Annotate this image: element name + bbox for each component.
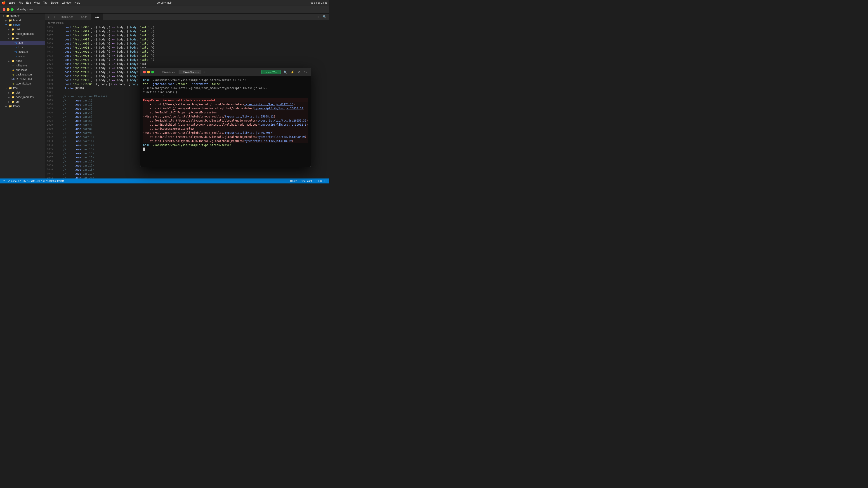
menu-edit[interactable]: Edit	[26, 1, 31, 4]
menu-blocks[interactable]: Blocks	[51, 1, 59, 4]
folder-icon: 📁	[11, 91, 15, 94]
maximize-button[interactable]	[11, 8, 13, 11]
menu-file[interactable]: File	[19, 1, 23, 4]
line-number: 1020	[45, 86, 57, 90]
menu-view[interactable]: View	[34, 1, 40, 4]
menu-help[interactable]: Help	[74, 1, 80, 4]
sidebar-item-package-json[interactable]: {} package.json	[0, 72, 45, 77]
sidebar-label: node_modules	[16, 96, 34, 99]
chevron-down-icon: ▼	[4, 23, 8, 26]
terminal-search-icon[interactable]: 🔍	[283, 70, 288, 74]
close-button[interactable]	[3, 8, 5, 11]
terminal-tab-server[interactable]: ~/D/w/e/t/server	[179, 70, 202, 74]
line-number: 1008	[45, 37, 57, 41]
minimize-button[interactable]	[7, 8, 9, 11]
sidebar-item-index-ts[interactable]: TS index.ts	[0, 50, 45, 54]
terminal-minimize-button[interactable]	[147, 71, 150, 73]
search-icon[interactable]: 🔍	[322, 15, 327, 19]
menu-app-name[interactable]: Warp	[9, 1, 16, 4]
sidebar-item-src[interactable]: ▼ 📁 src	[0, 36, 45, 41]
sidebar-item-trpc-dist[interactable]: ▶ 📁 dist	[0, 90, 45, 95]
line-number: 1018	[45, 78, 57, 82]
terminal-line: at bind (/Users/saltyaom/.bun/install/gl…	[143, 102, 308, 106]
apple-menu[interactable]: 🍎	[2, 1, 6, 4]
line-content: .post('/salt/993', ({ body }) => body, {…	[57, 54, 329, 58]
sidebar-item-trace[interactable]: ▶ 📁 trace	[0, 59, 45, 63]
sidebar-item-dist[interactable]: ▶ 📁 dist	[0, 27, 45, 32]
menu-window[interactable]: Window	[62, 1, 71, 4]
sidebar-item-ws-ts[interactable]: TS ws.ts	[0, 54, 45, 59]
terminal-body[interactable]: base ~/Documents/web/elysia/example/type…	[141, 76, 311, 167]
terminal-line: ^	[143, 94, 308, 98]
sidebar-item-dorothy[interactable]: ▼ 📁 dorothy	[0, 13, 45, 18]
terminal-bolt-icon[interactable]: ⚡	[290, 70, 295, 74]
statusbar-encoding: UTF-8	[315, 180, 322, 182]
chevron-right-icon: ▶	[7, 32, 10, 35]
app-body: ▼ 📁 dorothy ▶ 📁 hono-t ▼ 📁 server ▶ 📁 di…	[0, 13, 329, 178]
spacer-icon	[7, 77, 10, 80]
tab-label: a.ts	[95, 15, 99, 18]
sidebar-item-hono-t[interactable]: ▶ 📁 hono-t	[0, 18, 45, 23]
terminal-tab-add-button[interactable]: +	[202, 70, 206, 74]
tab-index-d-ts[interactable]: index.d.ts	[58, 13, 77, 20]
sidebar-item-node-modules[interactable]: ▶ 📁 node_modules	[0, 32, 45, 36]
window-label: dorothy main	[17, 8, 33, 11]
line-content: .post('/salt/995', ({ body }) => body, {…	[57, 62, 329, 66]
tab-forward-button[interactable]: ›	[52, 13, 58, 20]
code-line: 1010 .post('/salt/991', ({ body }) => bo…	[45, 46, 329, 50]
ts-file-icon: TS	[14, 41, 18, 44]
split-editor-icon[interactable]: ⊞	[316, 15, 320, 19]
terminal-shield-icon[interactable]: 🛡	[303, 70, 308, 74]
titlebar: dorothy main	[0, 5, 329, 13]
sidebar-label: hono-t	[13, 19, 21, 22]
sidebar-item-trpc-node-modules[interactable]: ▶ 📁 node_modules	[0, 95, 45, 99]
statusbar-right: 1050:1 TypeScript UTF-8 LF	[290, 180, 327, 182]
sidebar-item-a-ts[interactable]: TS a.ts	[0, 41, 45, 45]
spacer-icon	[10, 55, 13, 58]
chevron-down-icon: ▼	[2, 14, 5, 18]
terminal-close-button[interactable]	[143, 71, 146, 73]
sidebar-item-server[interactable]: ▼ 📁 server	[0, 23, 45, 27]
tab-back-button[interactable]: ‹	[45, 13, 52, 20]
traffic-lights	[3, 8, 13, 11]
tab-add-button[interactable]: +	[103, 13, 109, 20]
line-number: 1033	[45, 139, 57, 143]
line-number: 1006	[45, 29, 57, 33]
menu-tab[interactable]: Tab	[43, 1, 47, 4]
sidebar-item-trpc-src[interactable]: ▶ 📁 src	[0, 99, 45, 104]
terminal-line: at forEachChild (/Users/saltyaom/.bun/in…	[143, 119, 308, 123]
sidebar-item-trpc[interactable]: ▼ 📁 trpc	[0, 86, 45, 90]
sidebar-label: .gitignore	[16, 64, 27, 67]
line-number: 1013	[45, 58, 57, 62]
sidebar: ▼ 📁 dorothy ▶ 📁 hono-t ▼ 📁 server ▶ 📁 di…	[0, 13, 45, 178]
md-file-icon: MD	[11, 77, 15, 80]
terminal-line: RangeError: Maximum call stack size exce…	[143, 98, 308, 102]
tabbar: ‹ › index.d.ts a.d.ts a.ts + ⊞ 🔍	[45, 13, 329, 20]
sidebar-label: package.json	[16, 73, 32, 76]
tab-label: a.d.ts	[81, 15, 87, 19]
sidebar-item-b-ts[interactable]: TS b.ts	[0, 45, 45, 50]
line-number: 1027	[45, 115, 57, 119]
sidebar-item-gitignore[interactable]: GI .gitignore	[0, 63, 45, 68]
sidebar-item-treaty[interactable]: ▶ 📁 treaty	[0, 104, 45, 108]
terminal-tab-eden[interactable]: ~/D/w/e/eden	[158, 70, 178, 74]
tab-a-ts[interactable]: a.ts	[91, 13, 103, 20]
line-number: 1015	[45, 66, 57, 70]
line-number: 1039	[45, 164, 57, 168]
tab-a-d-ts[interactable]: a.d.ts	[77, 13, 91, 20]
terminal-maximize-button[interactable]	[151, 71, 154, 73]
terminal-settings-icon[interactable]: ⚙	[297, 70, 302, 74]
update-warp-button[interactable]: Update Warp	[261, 70, 281, 74]
terminal-line: at visitNode2 (/Users/saltyaom/.bun/inst…	[143, 106, 308, 110]
sidebar-item-readme[interactable]: MD README.md	[0, 77, 45, 81]
ts-file-icon: TS	[14, 55, 18, 58]
sidebar-item-bun-lockb[interactable]: 🔒 bun.lockb	[0, 68, 45, 72]
line-content: .post('/salt/990', ({ body }) => body, {…	[57, 41, 329, 46]
sidebar-item-tsconfig[interactable]: {} tsconfig.json	[0, 81, 45, 86]
spacer-icon	[10, 41, 13, 44]
spacer-icon	[7, 64, 10, 67]
line-number: 1016	[45, 70, 57, 74]
terminal-line: at bindEachChild (/Users/saltyaom/.bun/i…	[143, 123, 308, 127]
line-content: .post('/salt/989', ({ body }) => body, {…	[57, 37, 329, 41]
spacer-icon	[10, 46, 13, 49]
